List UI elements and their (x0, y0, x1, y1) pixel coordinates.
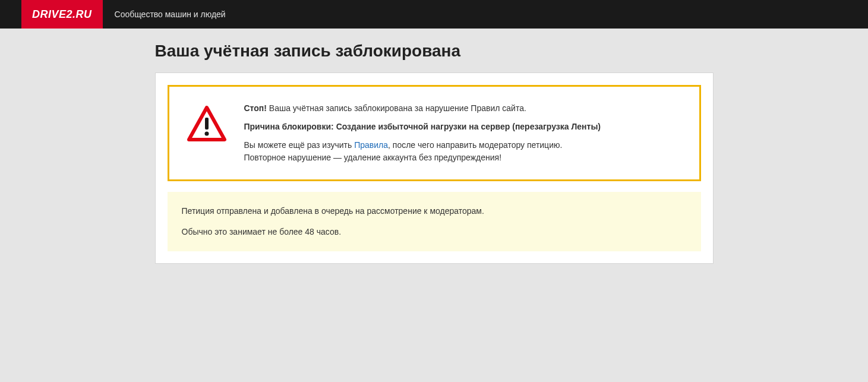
rules-link[interactable]: Правила (354, 140, 388, 150)
warning-content: Стоп! Ваша учётная запись заблокирована … (244, 102, 681, 164)
main-container: Ваша учётная запись заблокирована Стоп! … (155, 42, 714, 264)
warning-stop-line: Стоп! Ваша учётная запись заблокирована … (244, 102, 681, 115)
content-box: Стоп! Ваша учётная запись заблокирована … (155, 72, 714, 264)
petition-status-box: Петиция отправлена и добавлена в очередь… (168, 192, 701, 251)
stop-text: Ваша учётная запись заблокирована за нар… (267, 103, 526, 113)
stop-label: Стоп! (244, 103, 267, 113)
warning-icon (187, 102, 226, 144)
page-title: Ваша учётная запись заблокирована (155, 42, 714, 61)
svg-point-2 (204, 132, 209, 136)
warning-rules-line: Вы можете ещё раз изучить Правила, после… (244, 139, 681, 164)
petition-sent-text: Петиция отправлена и добавлена в очередь… (182, 205, 687, 217)
site-header: DRIVE2.RU Сообщество машин и людей (0, 0, 868, 29)
warning-reason: Причина блокировки: Создание избыточной … (244, 121, 681, 133)
site-logo[interactable]: DRIVE2.RU (21, 0, 103, 29)
warning-box: Стоп! Ваша учётная запись заблокирована … (168, 85, 701, 181)
rules-pre-text: Вы можете ещё раз изучить (244, 140, 355, 150)
site-tagline: Сообщество машин и людей (115, 10, 226, 19)
petition-time-text: Обычно это занимает не более 48 часов. (182, 226, 687, 238)
svg-rect-1 (205, 118, 209, 130)
repeat-warning-text: Повторное нарушение — удаление аккаунта … (244, 153, 502, 162)
rules-post-text: , после чего направить модератору петици… (388, 140, 562, 150)
